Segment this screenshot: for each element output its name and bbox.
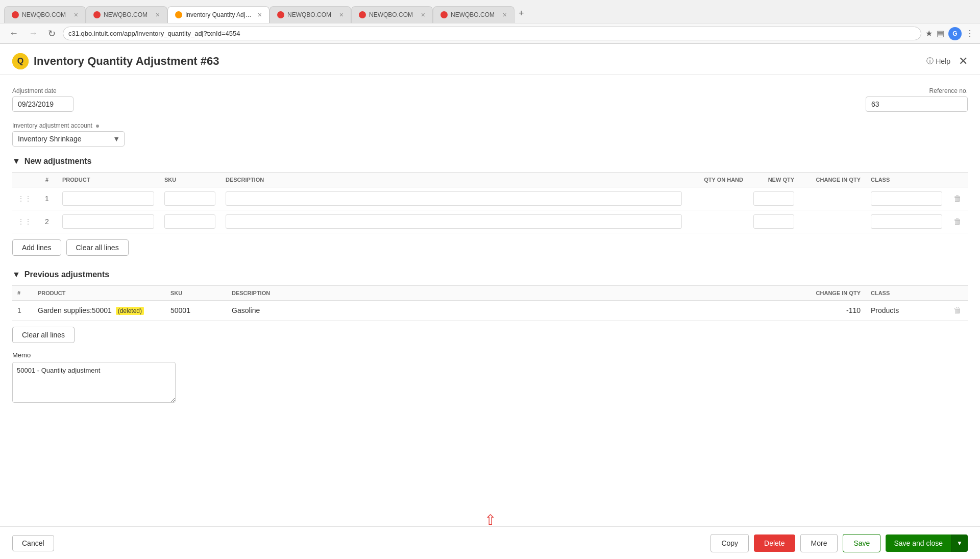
menu-icon[interactable]: ⋮ <box>966 29 974 38</box>
product-cell-1[interactable] <box>57 187 159 210</box>
memo-textarea[interactable]: 50001 - Quantity adjustment <box>12 362 176 403</box>
clear-all-lines-prev-button[interactable]: Clear all lines <box>12 327 75 343</box>
tab-close-2[interactable]: × <box>156 11 160 19</box>
delete-cell-1[interactable]: 🗑 <box>947 187 968 210</box>
new-adjustments-toggle[interactable]: ▼ <box>12 157 20 166</box>
drag-handle-1[interactable]: ⋮⋮ <box>12 187 37 210</box>
previous-adjustments-section: ▼ Previous adjustments # PRODUCT SKU DES… <box>0 270 980 343</box>
tab-close-6[interactable]: × <box>503 11 507 19</box>
desc-cell-1[interactable] <box>220 187 687 210</box>
save-and-close-arrow-button[interactable]: ▼ <box>951 534 968 552</box>
adjustment-date-input[interactable] <box>12 96 74 112</box>
form-area: Adjustment date Reference no. Inventory … <box>0 75 980 147</box>
add-lines-button[interactable]: Add lines <box>12 239 61 256</box>
prev-delete-cell-1[interactable]: 🗑 <box>947 301 968 321</box>
new-qty-cell-2[interactable] <box>748 210 799 233</box>
bookmark-icon[interactable]: ★ <box>925 29 933 38</box>
tab-2[interactable]: NEWQBO.COM × <box>86 6 167 23</box>
prev-delete-row-1-icon[interactable]: 🗑 <box>953 306 962 314</box>
address-input[interactable] <box>63 27 921 40</box>
desc-cell-2[interactable] <box>220 210 687 233</box>
delete-button[interactable]: Delete <box>754 534 795 552</box>
th-sku: SKU <box>159 173 220 187</box>
change-in-qty-cell-2 <box>799 210 866 233</box>
deleted-badge-1: (deleted) <box>116 307 144 315</box>
delete-cell-2[interactable]: 🗑 <box>947 210 968 233</box>
browser-chrome: NEWQBO.COM × NEWQBO.COM × Inventory Quan… <box>0 0 980 44</box>
drag-handle-2[interactable]: ⋮⋮ <box>12 210 37 233</box>
reference-no-input[interactable] <box>866 96 968 112</box>
tab-close-1[interactable]: × <box>74 11 78 19</box>
class-cell-2[interactable] <box>866 210 947 233</box>
tab-6[interactable]: NEWQBO.COM × <box>433 6 514 23</box>
tab-close-4[interactable]: × <box>339 11 344 19</box>
save-and-close-button[interactable]: Save and close <box>886 534 951 552</box>
tab-1[interactable]: NEWQBO.COM × <box>4 6 86 23</box>
product-input-1[interactable] <box>62 191 154 206</box>
previous-adjustments-title: Previous adjustments <box>24 270 109 279</box>
close-button[interactable]: ✕ <box>959 55 968 68</box>
favicon-1 <box>12 11 19 18</box>
th-new-qty: NEW QTY <box>748 173 799 187</box>
address-bar: ← → ↻ ★ ▤ G ⋮ <box>0 23 980 43</box>
qty-on-hand-cell-2 <box>687 210 748 233</box>
new-adjustments-header: ▼ New adjustments <box>12 157 968 166</box>
class-input-1[interactable] <box>871 191 942 206</box>
prev-th-class: CLASS <box>866 286 947 301</box>
clear-all-lines-new-button[interactable]: Clear all lines <box>66 239 129 256</box>
new-qty-input-1[interactable] <box>753 191 794 206</box>
delete-row-2-icon[interactable]: 🗑 <box>953 217 962 226</box>
drag-handle-icon-2: ⋮⋮ <box>17 217 32 226</box>
th-change-in-qty: CHANGE IN QTY <box>799 173 866 187</box>
th-qty-on-hand: QTY ON HAND <box>687 173 748 187</box>
new-qty-cell-1[interactable] <box>748 187 799 210</box>
prev-th-product: PRODUCT <box>33 286 165 301</box>
save-button[interactable]: Save <box>843 534 880 552</box>
extensions-icon[interactable]: ▤ <box>937 29 944 38</box>
tab-4[interactable]: NEWQBO.COM × <box>270 6 351 23</box>
delete-row-1-icon[interactable]: 🗑 <box>953 194 962 203</box>
sku-cell-2[interactable] <box>159 210 220 233</box>
favicon-6 <box>440 11 448 18</box>
copy-button[interactable]: Copy <box>710 534 749 552</box>
previous-adjustments-table: # PRODUCT SKU DESCRIPTION CHANGE IN QTY … <box>12 285 968 321</box>
profile-avatar[interactable]: G <box>948 27 962 40</box>
new-tab-button[interactable]: + <box>514 4 528 23</box>
cancel-button[interactable]: Cancel <box>12 535 54 551</box>
sku-input-2[interactable] <box>164 214 215 229</box>
tab-close-5[interactable]: × <box>421 11 425 19</box>
tab-bar: NEWQBO.COM × NEWQBO.COM × Inventory Quan… <box>0 0 980 23</box>
qty-on-hand-cell-1 <box>687 187 748 210</box>
more-button[interactable]: More <box>800 534 838 552</box>
header-actions: ⓘ Help ✕ <box>926 55 968 68</box>
new-qty-input-2[interactable] <box>753 214 794 229</box>
change-in-qty-cell-1 <box>799 187 866 210</box>
class-input-2[interactable] <box>871 214 942 229</box>
desc-input-2[interactable] <box>226 214 682 229</box>
tab-5[interactable]: NEWQBO.COM × <box>351 6 433 23</box>
class-cell-1[interactable] <box>866 187 947 210</box>
reference-no-label: Reference no. <box>929 87 968 94</box>
memo-label: Memo <box>12 351 968 359</box>
help-button[interactable]: ⓘ Help <box>926 57 950 66</box>
previous-adjustments-toggle[interactable]: ▼ <box>12 270 20 279</box>
prev-th-sku: SKU <box>165 286 227 301</box>
product-cell-2[interactable] <box>57 210 159 233</box>
account-select-arrow-icon[interactable]: ▼ <box>109 132 124 146</box>
th-description: DESCRIPTION <box>220 173 687 187</box>
product-input-2[interactable] <box>62 214 154 229</box>
forward-button[interactable]: → <box>26 27 41 40</box>
sku-cell-1[interactable] <box>159 187 220 210</box>
browser-icons: ★ ▤ G ⋮ <box>925 27 974 40</box>
tab-3[interactable]: Inventory Quantity Adjustment × <box>167 6 270 23</box>
tab-close-3[interactable]: × <box>258 11 262 19</box>
favicon-2 <box>93 11 101 18</box>
inventory-account-select[interactable]: Inventory Shrinkage ▼ <box>12 131 125 147</box>
page-header: Q Inventory Quantity Adjustment #63 ⓘ He… <box>0 44 980 75</box>
prev-sku-cell-1: 50001 <box>165 301 227 321</box>
sku-input-1[interactable] <box>164 191 215 206</box>
desc-input-1[interactable] <box>226 191 682 206</box>
reload-button[interactable]: ↻ <box>45 27 59 40</box>
back-button[interactable]: ← <box>6 27 21 40</box>
new-adj-row-1: ⋮⋮ 1 🗑 <box>12 187 968 210</box>
